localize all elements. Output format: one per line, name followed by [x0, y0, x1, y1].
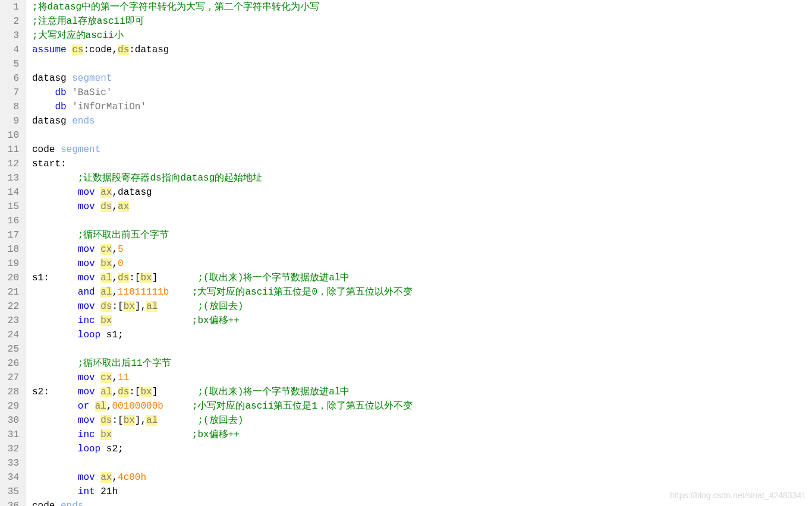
line-number: 21: [2, 285, 19, 299]
code-line[interactable]: datasg ends: [32, 114, 812, 128]
code-line[interactable]: ;循环取出后11个字节: [32, 356, 812, 371]
line-number: 23: [2, 314, 19, 328]
line-number: 18: [2, 242, 19, 257]
code-line[interactable]: ;循环取出前五个字节: [32, 228, 812, 242]
line-number: 34: [2, 470, 19, 485]
line-number: 28: [2, 385, 19, 399]
code-line[interactable]: datasg segment: [32, 71, 812, 86]
line-number: 29: [2, 399, 19, 413]
line-number: 7: [2, 86, 19, 100]
line-number: 6: [2, 71, 19, 86]
line-number: 17: [2, 228, 19, 242]
code-line[interactable]: mov cx,5: [32, 242, 812, 257]
line-number: 30: [2, 413, 19, 428]
code-line[interactable]: [32, 456, 812, 470]
line-number: 31: [2, 428, 19, 442]
code-line[interactable]: db 'iNfOrMaTiOn': [32, 100, 812, 114]
line-number: 20: [2, 271, 19, 285]
line-number: 15: [2, 200, 19, 214]
line-number: 3: [2, 29, 19, 43]
code-line[interactable]: mov ds:[bx],al ;(放回去): [32, 299, 812, 314]
code-line[interactable]: start:: [32, 157, 812, 171]
code-line[interactable]: mov ax,datasg: [32, 185, 812, 200]
line-number: 26: [2, 356, 19, 371]
line-number: 25: [2, 342, 19, 356]
code-line[interactable]: [32, 342, 812, 356]
line-number: 27: [2, 371, 19, 385]
line-number: 22: [2, 299, 19, 314]
line-number: 35: [2, 485, 19, 499]
code-line[interactable]: loop s2;: [32, 442, 812, 456]
code-line[interactable]: mov cx,11: [32, 371, 812, 385]
code-line[interactable]: mov bx,0: [32, 257, 812, 271]
line-number: 13: [2, 171, 19, 185]
code-line[interactable]: inc bx ;bx偏移++: [32, 314, 812, 328]
code-line[interactable]: s2: mov al,ds:[bx] ;(取出来)将一个字节数据放进al中: [32, 385, 812, 399]
line-number: 4: [2, 43, 19, 57]
line-number: 10: [2, 128, 19, 143]
code-line[interactable]: db 'BaSic': [32, 86, 812, 100]
code-line[interactable]: and al,11011111b ;大写对应的ascii第五位是0，除了第五位以…: [32, 285, 812, 299]
code-area[interactable]: ;将datasg中的第一个字符串转化为大写，第二个字符串转化为小写;注意用al存…: [26, 0, 812, 506]
code-line[interactable]: [32, 128, 812, 143]
line-number: 24: [2, 328, 19, 342]
line-gutter: 1234567891011121314151617181920212223242…: [0, 0, 26, 506]
watermark: https://blog.csdn.net/sinat_42483341: [670, 488, 806, 502]
line-number: 1: [2, 0, 19, 14]
code-line[interactable]: [32, 214, 812, 228]
code-editor: 1234567891011121314151617181920212223242…: [0, 0, 812, 506]
code-line[interactable]: mov ds:[bx],al ;(放回去): [32, 413, 812, 428]
line-number: 36: [2, 499, 19, 506]
code-line[interactable]: ;让数据段寄存器ds指向datasg的起始地址: [32, 171, 812, 185]
line-number: 32: [2, 442, 19, 456]
line-number: 5: [2, 57, 19, 71]
line-number: 11: [2, 143, 19, 157]
line-number: 9: [2, 114, 19, 128]
line-number: 2: [2, 14, 19, 29]
code-line[interactable]: or al,00100000b ;小写对应的ascii第五位是1，除了第五位以外…: [32, 399, 812, 413]
code-line[interactable]: s1: mov al,ds:[bx] ;(取出来)将一个字节数据放进al中: [32, 271, 812, 285]
line-number: 12: [2, 157, 19, 171]
code-line[interactable]: mov ax,4c00h: [32, 470, 812, 485]
line-number: 14: [2, 185, 19, 200]
code-line[interactable]: [32, 57, 812, 71]
code-line[interactable]: ;大写对应的ascii小: [32, 29, 812, 43]
line-number: 8: [2, 100, 19, 114]
code-line[interactable]: loop s1;: [32, 328, 812, 342]
code-line[interactable]: mov ds,ax: [32, 200, 812, 214]
code-line[interactable]: code segment: [32, 143, 812, 157]
code-line[interactable]: ;注意用al存放ascii即可: [32, 14, 812, 29]
code-line[interactable]: assume cs:code,ds:datasg: [32, 43, 812, 57]
code-line[interactable]: ;将datasg中的第一个字符串转化为大写，第二个字符串转化为小写: [32, 0, 812, 14]
code-line[interactable]: inc bx ;bx偏移++: [32, 428, 812, 442]
line-number: 19: [2, 257, 19, 271]
line-number: 16: [2, 214, 19, 228]
line-number: 33: [2, 456, 19, 470]
